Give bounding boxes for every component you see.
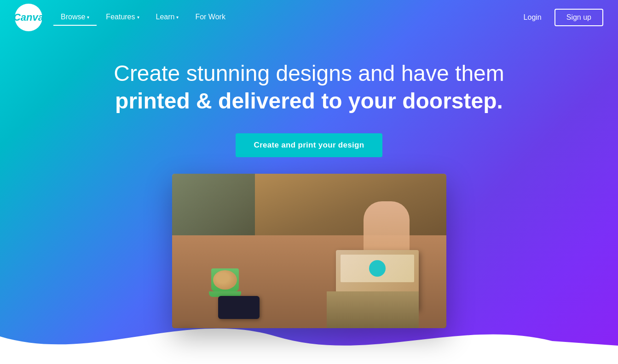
scene-box-circle [369, 260, 386, 277]
scene-phone [218, 296, 260, 319]
scene-box-inner [341, 255, 414, 282]
signup-button[interactable]: Sign up [554, 9, 603, 26]
chevron-down-icon: ▾ [176, 15, 179, 20]
chevron-down-icon: ▾ [137, 15, 139, 20]
navbar: Canva Browse ▾ Features ▾ Learn ▾ For Wo… [0, 0, 618, 34]
hero-title: Create stunning designs and have them pr… [114, 60, 504, 115]
hero-section: Create stunning designs and have them pr… [0, 0, 618, 364]
coffee-latte [213, 270, 237, 290]
coffee-cup [211, 268, 239, 291]
nav-actions: Login Sign up [518, 9, 603, 26]
nav-features[interactable]: Features ▾ [98, 9, 146, 26]
video-scene [172, 174, 446, 328]
create-print-button[interactable]: Create and print your design [236, 133, 383, 157]
nav-browse[interactable]: Browse ▾ [53, 9, 97, 26]
logo-text: Canva [13, 11, 44, 23]
canva-logo[interactable]: Canva [15, 4, 42, 31]
hero-content: Create stunning designs and have them pr… [0, 0, 618, 328]
scene-shred [327, 291, 419, 328]
login-button[interactable]: Login [518, 10, 547, 25]
nav-for-work[interactable]: For Work [188, 9, 232, 26]
chevron-down-icon: ▾ [87, 15, 89, 20]
video-thumbnail[interactable] [172, 174, 446, 328]
nav-learn[interactable]: Learn ▾ [149, 9, 186, 26]
nav-links: Browse ▾ Features ▾ Learn ▾ For Work [53, 9, 518, 26]
